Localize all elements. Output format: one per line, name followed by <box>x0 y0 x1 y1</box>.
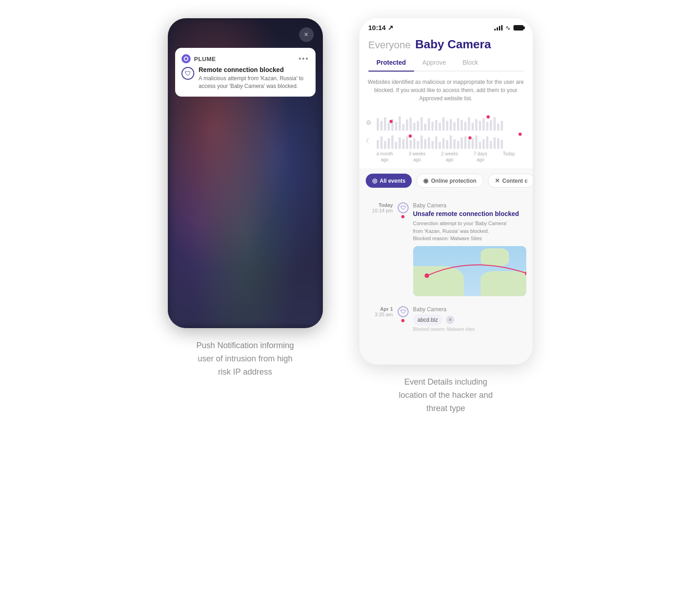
bar <box>493 117 496 131</box>
chart-row-1: ⚙ <box>366 114 526 131</box>
right-caption: Event Details includinglocation of the h… <box>399 375 493 415</box>
bar <box>482 118 485 131</box>
plume-icon-inner <box>184 57 188 61</box>
pill-online-protection-label: Online protection <box>431 178 476 184</box>
bar <box>420 117 423 131</box>
chart-dot-5 <box>519 133 522 136</box>
tabs-row: Protected Approve Block <box>368 54 524 72</box>
bar <box>497 123 499 131</box>
plume-app-icon <box>181 54 191 63</box>
notification-title: Remote connection blocked <box>199 66 309 73</box>
bar <box>501 140 503 149</box>
notification-card: PLUME ••• 🛡 Remote connection blocked A … <box>175 48 316 97</box>
bar <box>417 121 419 131</box>
all-events-icon: ◎ <box>372 177 377 184</box>
bar <box>457 141 459 149</box>
bar <box>380 121 383 131</box>
right-screenshot-col: 10:14 ↗ ∿ Everyone Baby Camera <box>359 18 533 415</box>
bar <box>417 141 419 149</box>
bar <box>391 135 394 149</box>
event-map <box>413 246 526 296</box>
bar <box>410 140 412 149</box>
bar <box>399 116 401 131</box>
pill-all-events[interactable]: ◎ All events <box>366 174 412 188</box>
notification-menu-dots[interactable]: ••• <box>299 55 309 63</box>
status-time: 10:14 ↗ <box>368 24 394 32</box>
signal-bar-2 <box>497 27 498 31</box>
pill-online-protection[interactable]: ◉ Online protection <box>416 174 483 188</box>
bar <box>464 122 467 131</box>
bar <box>410 118 412 131</box>
chart-bars-top <box>377 114 526 131</box>
bar <box>439 142 441 149</box>
chart-label-1: a monthago <box>377 151 393 163</box>
event-shield-icon: 🛡 <box>398 202 409 213</box>
chart-dot-4 <box>468 136 472 139</box>
everyone-label[interactable]: Everyone <box>368 39 411 51</box>
chart-dot-2 <box>389 120 393 123</box>
bar <box>468 117 470 131</box>
notification-text: Remote connection blocked A malicious at… <box>199 66 309 90</box>
chart-labels: a monthago 3 weeksago 2 weeksago 7 daysa… <box>366 149 526 166</box>
tab-protected[interactable]: Protected <box>368 54 415 71</box>
screenshots-row: × PLUME ••• 🛡 Remote connection blocked <box>31 18 669 415</box>
bar <box>493 137 496 149</box>
chart-label-4: 7 daysago <box>474 151 487 163</box>
pill-content[interactable]: ✕ Content c <box>488 174 533 188</box>
event-1-content: Baby Camera Unsafe remote connection blo… <box>413 202 526 296</box>
bar <box>413 138 415 149</box>
bar <box>472 123 474 131</box>
bar <box>380 136 383 149</box>
device-name-label: Baby Camera <box>415 37 491 51</box>
signal-bars-icon <box>494 25 503 31</box>
device-name-row: Everyone Baby Camera <box>368 37 524 54</box>
bar <box>479 121 481 131</box>
chart-bars-bottom <box>377 133 526 149</box>
settings-icon: ⚙ <box>366 119 373 126</box>
app-name-label: PLUME <box>194 56 216 62</box>
bar <box>501 121 503 131</box>
bar <box>413 123 415 131</box>
event-1-icon-col: 🛡 <box>398 202 409 296</box>
bar <box>402 124 404 131</box>
event-item-1: Today 10:14 pm 🛡 Baby Camera Unsafe remo… <box>359 197 533 302</box>
bar <box>388 138 390 149</box>
bar <box>450 135 452 149</box>
svg-point-1 <box>525 271 526 276</box>
bar <box>461 137 463 149</box>
content-icon: ✕ <box>495 177 500 184</box>
bar <box>377 118 379 131</box>
bar <box>388 123 390 131</box>
event-2-date: Apr 1 <box>366 306 393 312</box>
bar <box>384 141 386 149</box>
status-icons: ∿ <box>494 24 524 31</box>
bar <box>446 121 448 131</box>
protected-content: Websites identified as malicious or inap… <box>359 72 533 112</box>
event-2-blocked-desc: Blocked reason: Malware sites <box>413 327 526 332</box>
close-icon: × <box>304 31 308 39</box>
tab-block[interactable]: Block <box>454 54 486 71</box>
bar <box>428 118 430 131</box>
filter-pills: ◎ All events ◉ Online protection ✕ Conte… <box>359 168 533 193</box>
bar <box>486 136 488 149</box>
close-button[interactable]: × <box>299 27 314 42</box>
bar <box>439 123 441 131</box>
bar <box>424 123 426 131</box>
event-2-shield-icon: 🛡 <box>398 306 409 317</box>
signal-bar-3 <box>499 26 500 31</box>
bar <box>457 118 459 131</box>
blocked-url-tag: abcd.biz <box>413 314 443 325</box>
event-2-time: 3:25 am <box>366 312 393 317</box>
event-2-device: Baby Camera <box>413 306 526 313</box>
battery-icon <box>513 25 524 31</box>
chart-label-3: 2 weeksago <box>441 151 458 163</box>
bar <box>490 120 492 131</box>
bar <box>395 122 397 131</box>
bar <box>442 138 445 149</box>
online-protection-icon: ◉ <box>423 177 428 184</box>
chart-row-2: ☾ <box>366 133 526 149</box>
bar <box>472 138 474 149</box>
left-phone: × PLUME ••• 🛡 Remote connection blocked <box>168 18 323 328</box>
bar <box>453 139 456 149</box>
tab-approve[interactable]: Approve <box>414 54 454 71</box>
